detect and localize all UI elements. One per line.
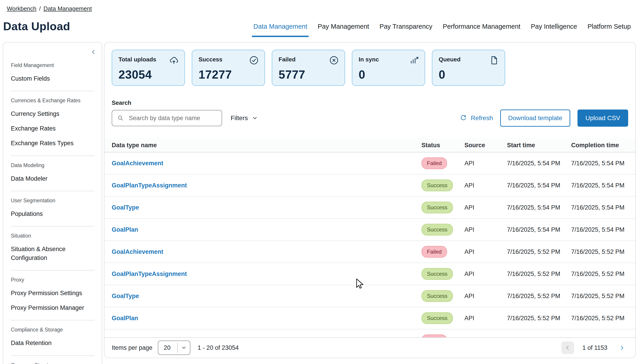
sidebar-section-items: Data Modeler [11,174,95,183]
page-size-select[interactable]: 20 [158,340,190,355]
next-page-button[interactable] [615,342,628,354]
source-cell: API [465,204,507,211]
data-upload-page: Workbench/Data Management Data Upload Da… [0,0,639,364]
breadcrumb-data-management-link[interactable]: Data Management [43,5,92,12]
table-row: GoalAchievement Failed API 7/16/2025, 5:… [104,241,635,263]
nav-tab[interactable]: Performance Management [441,23,522,37]
search-label: Search [112,99,628,106]
breadcrumb-workbench-link[interactable]: Workbench [7,5,36,12]
completion-time-cell: 7/16/2025, 5:54 PM [571,160,632,167]
table-row: GoalPlan Success API 7/16/2025, 5:54 PM … [104,219,635,241]
stat-value: 5777 [279,68,339,81]
sidebar-item[interactable]: Exchange Rates [11,124,95,133]
sidebar-item[interactable]: Exchange Rates Types [11,139,95,148]
previous-page-button[interactable] [561,342,574,354]
check-circle-icon [249,55,259,66]
source-cell: API [465,160,507,167]
data-type-link[interactable]: GoalPlanTypeAssignment [112,270,187,277]
sidebar-item[interactable]: Data Retention [11,339,95,348]
sidebar-item[interactable]: Currency Settings [11,110,95,118]
data-type-link[interactable]: GoalAchievement [112,248,163,255]
source-cell: API [465,182,507,189]
bar-chart-icon [409,55,419,66]
page-header: Data Upload Data ManagementPay Managemen… [0,13,639,37]
stat-value: 0 [359,68,419,81]
sidebar-section: Data Modeling Data Modeler [11,156,95,191]
stat-card: Queued 0 [432,50,505,86]
sidebar-item[interactable]: Data Modeler [11,174,95,183]
stat-card: Total uploads 23054 [112,50,185,86]
sidebar-section: User Segmentation Populations [11,191,95,226]
cloud-upload-icon [169,55,179,66]
status-badge: Success [421,180,453,191]
filters-button[interactable]: Filters [231,114,258,122]
status-badge: Success [421,202,453,214]
stat-label: Failed [279,55,296,63]
sidebar-section-items: Situation & Absence Configuration [11,245,95,262]
nav-tab[interactable]: Pay Management [316,23,370,37]
sidebar-item[interactable]: Custom Fields [11,74,95,83]
sidebar-section: Currencies & Exchange Rates Currency Set… [11,91,95,156]
data-type-link[interactable]: GoalPlan [112,226,138,233]
data-type-link[interactable]: GoalAchievement [112,160,163,167]
chevron-down-icon [181,344,187,351]
table-row: GoalType Success API 7/16/2025, 5:52 PM … [104,285,635,307]
sidebar-section-heading: Field Management [11,62,95,68]
items-per-page-label: Items per page [112,344,152,351]
refresh-button[interactable]: Refresh [460,114,493,122]
chevron-left-icon [90,48,97,56]
nav-tab[interactable]: Pay Transparency [378,23,434,37]
completion-time-cell: 7/16/2025, 5:54 PM [571,204,632,211]
stats-row: Total uploads 23054 [112,50,628,86]
table-row: GoalPlanTypeAssignment Success API 7/16/… [104,263,635,285]
stat-card: Failed 5777 [272,50,345,86]
refresh-icon [460,114,467,122]
main-layout: Field Management Custom Fields Currencie… [0,42,639,364]
sidebar-section-heading: Compliance & Storage [11,327,95,333]
nav-tab[interactable]: Platform Setup [586,23,632,37]
collapse-sidebar-button[interactable] [90,48,97,56]
breadcrumb: Workbench/Data Management [0,0,639,13]
sidebar-section: Compliance & Storage Data Retention [11,320,95,356]
stat-label: Queued [439,55,461,63]
sidebar-section: Situation Situation & Absence Configurat… [11,226,95,270]
sidebar-item[interactable]: Populations [11,210,95,218]
stat-label: Total uploads [118,55,156,63]
completion-time-cell: 7/16/2025, 5:52 PM [571,315,632,322]
sidebar-section: Field Management Custom Fields [11,56,95,91]
page-size-value: 20 [158,344,177,351]
nav-tab[interactable]: Pay Intelligence [529,23,578,37]
filters-label: Filters [231,114,248,122]
download-template-button[interactable]: Download template [500,110,570,127]
sidebar-item[interactable]: Proxy Permission Settings [11,289,95,298]
stat-label: In sync [359,55,379,63]
upload-csv-button[interactable]: Upload CSV [577,110,628,127]
data-type-link[interactable]: GoalPlan [112,315,138,322]
range-text: 1 - 20 of 23054 [198,344,239,351]
data-type-link[interactable]: GoalPlanTypeAssignment [112,182,187,189]
source-cell: API [465,270,507,278]
sidebar-item[interactable]: Situation & Absence Configuration [11,245,95,262]
data-type-link[interactable]: GoalType [112,293,139,300]
stat-card: Success 17277 [192,50,265,86]
search-icon [117,114,124,122]
sidebar-section-heading: Situation [11,233,95,239]
data-type-link[interactable]: GoalType [112,204,139,211]
column-completion-time: Completion time [571,142,632,149]
completion-time-cell: 7/16/2025, 5:52 PM [571,293,632,300]
search-input[interactable] [128,114,217,122]
chevron-left-icon [564,344,571,351]
table-body: GoalAchievement Failed API 7/16/2025, 5:… [104,152,635,337]
status-badge: Success [421,268,453,280]
pagination-bar: Items per page 20 1 - 20 of 23054 1 of 1… [104,337,635,358]
start-time-cell: 7/16/2025, 5:54 PM [507,226,571,233]
source-cell: API [465,293,507,300]
sidebar-item[interactable]: Proxy Permission Manager [11,304,95,312]
sidebar-section-heading: Proxy [11,277,95,283]
completion-time-cell: 7/16/2025, 5:52 PM [571,248,632,256]
sidebar-section: Proxy Proxy Permission SettingsProxy Per… [11,270,95,320]
sidebar-section-items: Data Retention [11,339,95,348]
nav-tab[interactable]: Data Management [252,23,309,37]
start-time-cell: 7/16/2025, 5:54 PM [507,160,571,167]
stat-label: Success [198,55,223,63]
